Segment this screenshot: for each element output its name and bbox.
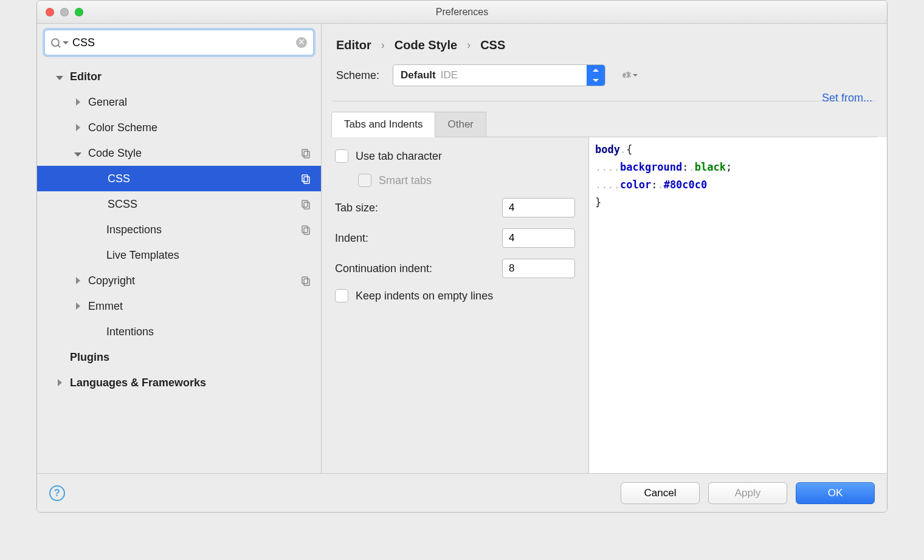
- chevron-right-icon[interactable]: [74, 96, 82, 109]
- scheme-value: Default: [401, 69, 436, 81]
- tree-item-code-style[interactable]: Code Style: [37, 140, 321, 166]
- tab-size-input[interactable]: [502, 198, 575, 217]
- indent-input[interactable]: [502, 228, 575, 248]
- use-tab-character-checkbox[interactable]: [335, 149, 348, 163]
- window-title: Preferences: [436, 7, 488, 18]
- titlebar: Preferences: [37, 1, 887, 24]
- search-input[interactable]: [72, 36, 292, 49]
- copy-icon: [300, 199, 311, 210]
- tab-size-label: Tab size:: [335, 202, 378, 214]
- svg-rect-8: [302, 277, 308, 284]
- svg-rect-3: [304, 177, 309, 183]
- breadcrumb: Editor › Code Style › CSS: [322, 24, 887, 58]
- main-pane: Editor › Code Style › CSS Scheme: Defaul…: [322, 24, 887, 473]
- tree-item-color-scheme[interactable]: Color Scheme: [37, 115, 321, 140]
- tree-item-general[interactable]: General: [37, 89, 321, 115]
- chevron-down-icon: [633, 74, 638, 77]
- tree-item-intentions[interactable]: Intentions: [37, 319, 321, 344]
- copy-icon: [300, 224, 311, 235]
- tabs: Tabs and Indents Other: [331, 111, 877, 137]
- breadcrumb-css: CSS: [480, 38, 505, 52]
- clear-search-icon[interactable]: ✕: [296, 37, 307, 48]
- svg-rect-6: [302, 226, 308, 233]
- apply-button: Apply: [708, 482, 787, 504]
- continuation-indent-input[interactable]: [502, 259, 575, 278]
- copy-icon: [300, 275, 311, 286]
- scheme-actions-button[interactable]: [619, 69, 638, 81]
- tab-tabs-and-indents[interactable]: Tabs and Indents: [331, 112, 435, 137]
- preferences-window: Preferences ✕ Editor General: [36, 0, 888, 513]
- gear-icon: [619, 69, 631, 81]
- chevron-right-icon: ›: [467, 39, 471, 52]
- window-controls: [46, 8, 83, 16]
- svg-rect-0: [302, 149, 308, 156]
- minimize-window-icon[interactable]: [60, 8, 69, 16]
- tree-item-emmet[interactable]: Emmet: [37, 293, 321, 319]
- copy-icon: [300, 173, 311, 184]
- divider: [333, 101, 876, 101]
- scheme-label: Scheme:: [336, 69, 379, 82]
- tree-item-copyright[interactable]: Copyright: [37, 268, 321, 293]
- chevron-right-icon: ›: [381, 39, 385, 52]
- svg-rect-1: [304, 151, 309, 158]
- tree-item-inspections[interactable]: Inspections: [37, 217, 321, 242]
- chevron-down-icon[interactable]: [55, 70, 64, 83]
- tree-item-languages-frameworks[interactable]: Languages & Frameworks: [37, 370, 321, 395]
- svg-rect-4: [302, 200, 308, 207]
- svg-rect-2: [302, 175, 308, 182]
- search-history-dropdown-icon[interactable]: [63, 41, 69, 44]
- copy-icon: [300, 148, 311, 159]
- scheme-select[interactable]: Default IDE: [393, 64, 605, 86]
- chevron-right-icon[interactable]: [55, 377, 64, 389]
- search-input-wrapper[interactable]: ✕: [44, 30, 314, 55]
- set-from-link[interactable]: Set from...: [822, 92, 872, 104]
- chevron-right-icon[interactable]: [74, 121, 82, 134]
- continuation-indent-label: Continuation indent:: [335, 262, 432, 275]
- svg-rect-5: [304, 202, 309, 209]
- tree-item-scss[interactable]: SCSS: [37, 191, 321, 217]
- footer: ? Cancel Apply OK: [37, 473, 887, 512]
- form-pane: Use tab character Smart tabs Tab size: I…: [322, 137, 589, 473]
- settings-tree: Editor General Color Scheme Code Style C…: [37, 61, 321, 473]
- chevron-right-icon[interactable]: [74, 275, 82, 287]
- tab-other[interactable]: Other: [435, 112, 486, 137]
- code-preview: body.{ ....background:.black; ....color:…: [589, 137, 887, 473]
- indent-label: Indent:: [335, 232, 368, 245]
- zoom-window-icon[interactable]: [75, 8, 83, 16]
- tree-item-plugins[interactable]: Plugins: [37, 344, 321, 370]
- keep-indents-checkbox[interactable]: [335, 289, 348, 302]
- keep-indents-label: Keep indents on empty lines: [356, 290, 493, 302]
- sidebar: ✕ Editor General Color Scheme: [37, 24, 322, 473]
- use-tab-character-label: Use tab character: [356, 150, 442, 163]
- svg-rect-7: [304, 228, 309, 234]
- chevron-down-icon[interactable]: [74, 147, 82, 160]
- search-icon: [51, 38, 60, 47]
- tree-item-live-templates[interactable]: Live Templates: [37, 242, 321, 268]
- help-button[interactable]: ?: [49, 485, 65, 501]
- smart-tabs-checkbox: [358, 174, 371, 187]
- scheme-scope: IDE: [441, 69, 458, 81]
- cancel-button[interactable]: Cancel: [621, 482, 700, 504]
- tree-item-editor[interactable]: Editor: [37, 64, 321, 89]
- breadcrumb-code-style[interactable]: Code Style: [395, 38, 457, 52]
- smart-tabs-label: Smart tabs: [379, 174, 432, 187]
- close-window-icon[interactable]: [46, 8, 54, 16]
- stepper-icon[interactable]: [587, 65, 605, 86]
- chevron-right-icon[interactable]: [74, 300, 82, 313]
- svg-rect-9: [304, 279, 309, 285]
- tree-item-css[interactable]: CSS: [37, 166, 321, 191]
- ok-button[interactable]: OK: [796, 482, 875, 504]
- breadcrumb-editor[interactable]: Editor: [336, 38, 371, 52]
